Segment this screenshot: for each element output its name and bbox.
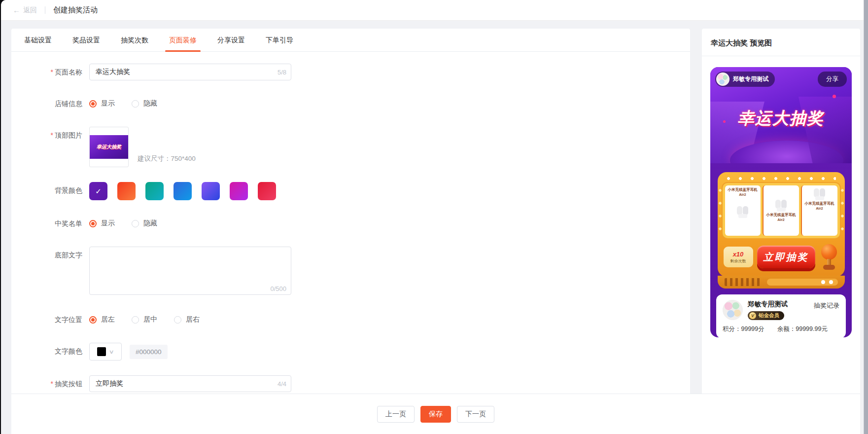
draw-button-label: 抽奖按钮 <box>55 380 82 388</box>
page-name-row: *页面名称 5/8 <box>16 64 678 80</box>
user-avatar <box>723 300 743 320</box>
bg-color-swatch-4[interactable] <box>174 182 192 200</box>
joystick <box>819 244 839 270</box>
text-color-hex: #000000 <box>130 345 168 359</box>
machine-base <box>718 276 845 289</box>
page-title: 创建抽奖活动 <box>53 5 98 15</box>
draw-button-row: *抽奖按钮 4/4 <box>16 375 678 392</box>
bg-color-swatch-5[interactable] <box>202 182 220 200</box>
text-align-center-radio[interactable]: 居中 <box>132 315 157 324</box>
bottom-text-input[interactable] <box>89 247 291 295</box>
bottom-text-row: 底部文字 0/500 <box>16 247 678 296</box>
page-name-label: 页面名称 <box>55 68 82 76</box>
tab-draw-count[interactable]: 抽奖次数 <box>114 29 155 51</box>
slot-machine: 小米无线蓝牙耳机Air2 小米无线蓝牙耳机Air2 小米无线蓝牙耳机Air2 <box>718 172 845 277</box>
share-button: 分享 <box>818 72 847 87</box>
top-image-upload[interactable]: 幸运大抽奖 <box>89 127 129 167</box>
preview-panel-title: 幸运大抽奖 预览图 <box>702 29 860 56</box>
prev-page-button[interactable]: 上一页 <box>377 406 415 423</box>
text-color-picker[interactable]: ∨ <box>89 343 122 361</box>
shop-info-label: 店铺信息 <box>16 95 89 112</box>
banner-title: 幸运大抽奖 <box>710 108 852 130</box>
remaining-draws-badge: x10 剩余次数 <box>724 247 753 267</box>
text-align-label: 文字位置 <box>16 311 89 328</box>
user-balance: 余额：99999.99元 <box>777 325 828 333</box>
draw-button-input[interactable] <box>89 375 291 392</box>
draw-button-counter: 4/4 <box>278 380 286 388</box>
banner-stage-shape <box>730 141 843 163</box>
winner-list-label: 中奖名单 <box>16 215 89 232</box>
tab-prize-settings[interactable]: 奖品设置 <box>66 29 107 51</box>
radio-dot <box>89 220 97 227</box>
text-color-label: 文字颜色 <box>16 343 89 360</box>
app-window: ← 返回 创建抽奖活动 基础设置 奖品设置 抽奖次数 页面装修 分享设置 下单引… <box>1 0 868 434</box>
settings-tabs: 基础设置 奖品设置 抽奖次数 页面装修 分享设置 下单引导 <box>11 29 690 52</box>
radio-dot <box>89 316 97 324</box>
page-name-input[interactable] <box>89 64 291 80</box>
next-page-button[interactable]: 下一页 <box>457 406 494 423</box>
required-mark: * <box>51 380 53 388</box>
page-header: ← 返回 创建抽奖活动 <box>1 0 868 21</box>
text-align-right-radio[interactable]: 居右 <box>174 315 200 324</box>
shop-info-hide-radio[interactable]: 隐藏 <box>132 99 157 108</box>
draw-record-link: 抽奖记录 <box>814 301 839 310</box>
bg-color-swatch-6[interactable] <box>230 182 248 200</box>
machine-vents <box>725 278 761 286</box>
prize-slot-2: 小米无线蓝牙耳机Air2 <box>763 185 799 236</box>
shop-avatar <box>716 72 729 86</box>
radio-dot <box>89 100 97 108</box>
top-image-row: *顶部图片 幸运大抽奖 建议尺寸：750*400 <box>16 127 678 167</box>
tab-order-guide[interactable]: 下单引导 <box>259 29 300 51</box>
winner-list-row: 中奖名单 显示 隐藏 <box>16 215 678 232</box>
tab-basic-settings[interactable]: 基础设置 <box>17 29 59 51</box>
shop-info-show-radio[interactable]: 显示 <box>89 99 115 108</box>
winner-list-show-radio[interactable]: 显示 <box>89 219 115 228</box>
shop-info-row: 店铺信息 显示 隐藏 <box>16 95 678 112</box>
spark-dot <box>833 95 836 98</box>
bg-color-swatch-2[interactable] <box>117 182 136 200</box>
prize-image <box>812 187 827 200</box>
decoration-form: *页面名称 5/8 店铺信息 显示 隐藏 <box>11 52 690 407</box>
radio-dot <box>132 100 139 108</box>
radio-dot <box>174 316 181 324</box>
back-label: 返回 <box>23 6 37 15</box>
text-color-chip <box>97 347 106 356</box>
back-arrow-icon: ← <box>13 6 20 14</box>
top-image-thumbnail: 幸运大抽奖 <box>90 135 128 159</box>
vip-icon: V <box>749 312 756 319</box>
radio-dot <box>132 220 139 227</box>
preview-panel: 幸运大抽奖 预览图 郑敏专用测试 分享 幸运大抽奖 <box>702 29 860 394</box>
page-name-counter: 5/8 <box>278 69 286 76</box>
settings-card: 基础设置 奖品设置 抽奖次数 页面装修 分享设置 下单引导 *页面名称 5/8 <box>11 29 690 394</box>
prize-slot-1: 小米无线蓝牙耳机Air2 <box>725 185 761 236</box>
prize-slot-3: 小米无线蓝牙耳机Air2 <box>801 185 837 236</box>
text-align-row: 文字位置 居左 居中 居右 <box>16 311 678 328</box>
user-name: 郑敏专用测试 <box>748 300 814 309</box>
bg-color-label: 背景颜色 <box>16 182 89 199</box>
image-size-hint: 建议尺寸：750*400 <box>138 154 196 163</box>
text-align-left-radio[interactable]: 居左 <box>89 315 115 324</box>
bg-color-swatch-7[interactable] <box>258 182 276 200</box>
back-button[interactable]: ← 返回 <box>13 6 37 15</box>
vip-badge: V 铂金会员 <box>748 311 784 320</box>
bg-color-swatch-3[interactable] <box>145 182 164 200</box>
prize-image <box>735 205 750 218</box>
winner-list-hide-radio[interactable]: 隐藏 <box>132 219 157 228</box>
bg-color-row: 背景颜色 ✓ <box>16 182 678 200</box>
user-points: 积分：99999分 <box>723 325 764 333</box>
draw-now-button: 立即抽奖 <box>757 246 815 268</box>
machine-screen: 小米无线蓝牙耳机Air2 小米无线蓝牙耳机Air2 小米无线蓝牙耳机Air2 <box>722 182 841 239</box>
check-icon: ✓ <box>95 187 102 196</box>
lottery-preview: 郑敏专用测试 分享 幸运大抽奖 小米无线蓝 <box>710 67 852 337</box>
chevron-down-icon: ∨ <box>109 349 114 355</box>
header-divider <box>45 6 45 14</box>
required-mark: * <box>51 131 53 139</box>
required-mark: * <box>51 68 53 76</box>
tab-share-settings[interactable]: 分享设置 <box>210 29 252 51</box>
tab-page-decoration[interactable]: 页面装修 <box>162 29 204 51</box>
page-scrollbar[interactable] <box>864 0 868 434</box>
save-button[interactable]: 保存 <box>420 406 451 423</box>
bg-color-swatch-1[interactable]: ✓ <box>89 182 107 200</box>
bottom-text-label: 底部文字 <box>16 247 89 263</box>
machine-lights <box>727 176 836 181</box>
